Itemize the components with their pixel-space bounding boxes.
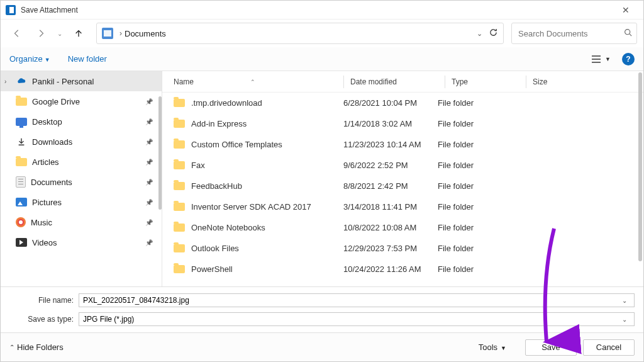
pic-icon: [16, 198, 27, 206]
folder-tree[interactable]: › Pankil - Personal Google Drive📌Desktop…: [1, 71, 162, 286]
pin-icon: 📌: [145, 118, 153, 125]
file-row[interactable]: Fax9/6/2022 2:52 PMFile folder: [174, 155, 643, 176]
tree-item-label: Desktop: [32, 117, 62, 127]
search-box[interactable]: [511, 23, 637, 44]
pin-icon: 📌: [145, 139, 153, 145]
onedrive-icon: [16, 77, 27, 86]
folder-icon: [174, 99, 185, 107]
search-input[interactable]: [518, 29, 624, 38]
cancel-button[interactable]: Cancel: [583, 339, 635, 356]
tree-root[interactable]: › Pankil - Personal: [1, 71, 162, 91]
back-button[interactable]: [7, 23, 27, 43]
hide-folders-button[interactable]: ⌃ Hide Folders: [9, 342, 64, 352]
file-type: File folder: [438, 223, 512, 232]
file-row[interactable]: Inventor Server SDK ACAD 20173/14/2018 1…: [174, 196, 643, 217]
col-type[interactable]: Type: [452, 77, 526, 86]
file-row[interactable]: PowerShell10/24/2022 11:26 AMFile folder: [174, 259, 643, 280]
folder-icon: [174, 161, 185, 169]
tree-item-label: Pictures: [32, 198, 62, 207]
savetype-select[interactable]: JPG File (*.jpg) ⌄: [79, 312, 635, 326]
tree-item-label: Downloads: [32, 137, 72, 147]
outlook-icon: [6, 5, 16, 15]
file-date: 8/8/2021 2:42 PM: [343, 181, 438, 191]
recent-dropdown[interactable]: ⌄: [55, 23, 65, 43]
tree-item-label: Music: [31, 218, 52, 227]
file-row[interactable]: Outlook Files12/29/2023 7:53 PMFile fold…: [174, 238, 643, 259]
file-row[interactable]: Add-in Express1/14/2018 3:02 AMFile fold…: [174, 113, 643, 134]
col-name[interactable]: Name: [174, 77, 194, 86]
tree-item[interactable]: Downloads📌: [1, 132, 162, 152]
file-type: File folder: [438, 264, 512, 274]
savetype-label: Save as type:: [9, 315, 79, 324]
file-name: .tmp.drivedownload: [191, 98, 262, 108]
savetype-value: JPG File (*.jpg): [83, 315, 619, 324]
savetype-dropdown[interactable]: ⌄: [619, 316, 630, 323]
list-scrollbar[interactable]: [638, 72, 642, 261]
tree-item[interactable]: Music📌: [1, 212, 162, 232]
file-name: Fax: [191, 161, 205, 170]
search-icon: [624, 28, 632, 38]
file-name: FeedbackHub: [191, 181, 242, 191]
folder-icon: [174, 244, 185, 252]
pin-icon: 📌: [145, 159, 153, 166]
chevron-down-icon[interactable]: ⌄: [477, 30, 482, 38]
tree-item-label: Articles: [32, 157, 59, 167]
breadcrumb-location[interactable]: Documents: [125, 29, 166, 38]
pin-icon: 📌: [145, 219, 153, 226]
file-name: OneNote Notebooks: [191, 223, 265, 232]
tree-item[interactable]: Documents📌: [1, 172, 162, 192]
folder-icon: [174, 265, 185, 273]
save-fields: File name: ⌄ Save as type: JPG File (*.j…: [1, 286, 643, 332]
file-type: File folder: [438, 181, 512, 191]
col-date[interactable]: Date modified: [350, 77, 445, 86]
address-bar[interactable]: › Documents ⌄: [96, 23, 504, 44]
location-icon: [102, 28, 113, 39]
music-icon: [16, 217, 26, 227]
file-header[interactable]: Name⌃ Date modified Type Size: [162, 71, 643, 93]
file-row[interactable]: FeedbackHub8/8/2021 2:42 PMFile folder: [174, 176, 643, 196]
filename-dropdown[interactable]: ⌄: [619, 297, 630, 304]
file-row[interactable]: OneNote Notebooks10/8/2022 10:08 AMFile …: [174, 217, 643, 238]
file-date: 1/14/2018 3:02 AM: [343, 119, 438, 128]
folder-icon: [174, 182, 185, 190]
tree-item[interactable]: Articles📌: [1, 152, 162, 172]
chevron-right-icon[interactable]: ›: [4, 78, 11, 85]
file-name: Custom Office Templates: [191, 140, 282, 149]
save-dialog: Save Attachment ✕ ⌄ › Documents ⌄: [0, 0, 644, 362]
save-button[interactable]: Save: [525, 339, 577, 356]
new-folder-button[interactable]: New folder: [68, 54, 107, 64]
file-date: 6/28/2021 10:04 PM: [343, 98, 438, 108]
file-type: File folder: [438, 161, 512, 170]
pin-icon: 📌: [145, 98, 153, 105]
tree-item[interactable]: Pictures📌: [1, 192, 162, 212]
tools-button[interactable]: Tools▼: [479, 342, 506, 352]
help-button[interactable]: ?: [622, 53, 635, 65]
file-date: 9/6/2022 2:52 PM: [343, 161, 438, 170]
col-size[interactable]: Size: [533, 77, 583, 86]
pin-icon: 📌: [145, 239, 153, 246]
desktop-icon: [16, 118, 27, 126]
sort-asc-icon[interactable]: ⌃: [250, 79, 255, 85]
file-row[interactable]: .tmp.drivedownload6/28/2021 10:04 PMFile…: [174, 93, 643, 113]
tree-item-label: Google Drive: [32, 97, 80, 106]
doc-icon: [16, 176, 26, 188]
organize-button[interactable]: Organize▼: [9, 54, 50, 64]
forward-button[interactable]: [31, 23, 51, 43]
folder-icon: [16, 98, 27, 106]
tree-item[interactable]: Videos📌: [1, 232, 162, 252]
title-bar: Save Attachment ✕: [1, 1, 643, 20]
tree-item[interactable]: Desktop📌: [1, 111, 162, 132]
tree-scrollbar[interactable]: [158, 96, 162, 210]
video-icon: [16, 238, 27, 247]
toolbar: Organize▼ New folder ▼ ?: [1, 47, 643, 71]
filename-value[interactable]: [83, 296, 619, 305]
file-date: 3/14/2018 11:41 PM: [343, 202, 438, 212]
up-button[interactable]: [69, 23, 89, 43]
file-row[interactable]: Custom Office Templates11/23/2023 10:14 …: [174, 134, 643, 155]
tree-item[interactable]: Google Drive📌: [1, 91, 162, 111]
filename-input[interactable]: ⌄: [79, 293, 635, 307]
view-mode-button[interactable]: ▼: [591, 55, 611, 64]
close-button[interactable]: ✕: [613, 1, 638, 19]
file-date: 10/8/2022 10:08 AM: [343, 223, 438, 232]
refresh-button[interactable]: [489, 28, 498, 40]
